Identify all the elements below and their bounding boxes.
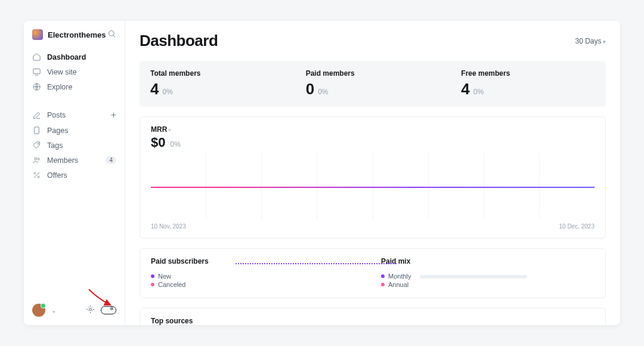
subscribers-baseline [236, 263, 397, 264]
sidebar-item-offers[interactable]: Offers [24, 168, 125, 183]
dot-icon [151, 283, 154, 286]
svg-rect-1 [33, 69, 40, 74]
stat-title: Free members [461, 69, 595, 78]
section-title: Paid mix [381, 257, 587, 265]
dot-icon [151, 274, 154, 278]
stat-pct: 0% [473, 88, 484, 96]
sidebar-item-dashboard[interactable]: Dashboard [24, 50, 125, 64]
svg-point-8 [38, 176, 39, 178]
x-end: 10 Dec, 2023 [559, 223, 595, 230]
plus-icon[interactable]: + [111, 110, 116, 120]
members-icon [32, 156, 41, 165]
members-badge: 4 [106, 156, 116, 164]
dot-icon [381, 283, 385, 286]
sidebar-item-label: Offers [47, 171, 116, 180]
edit-icon [32, 111, 41, 120]
search-icon[interactable] [107, 29, 116, 40]
stat-value: 4 [150, 80, 159, 98]
legend-canceled: Canceled [151, 281, 357, 288]
mrr-line [151, 187, 595, 188]
gear-icon[interactable] [86, 305, 95, 316]
sidebar-item-posts[interactable]: Posts + [24, 107, 125, 123]
legend-new: New [151, 273, 357, 280]
mrr-panel: MRR $00% 10 Nov, 202310 Dec, 2023 [140, 116, 606, 239]
sidebar-item-label: Pages [47, 126, 116, 135]
mrr-title[interactable]: MRR [151, 125, 595, 134]
sidebar-item-label: View site [47, 68, 116, 76]
svg-point-4 [38, 143, 39, 144]
sidebar-item-label: Posts [47, 111, 105, 119]
svg-point-7 [34, 172, 36, 174]
date-range-select[interactable]: 30 Days [575, 37, 606, 45]
stat-pct: 0% [318, 88, 328, 96]
svg-point-9 [89, 308, 92, 311]
nav-primary: Dashboard View site Explore [24, 47, 125, 97]
stat-free-members[interactable]: Free members 40% [450, 69, 606, 98]
tag-icon [32, 141, 41, 150]
x-start: 10 Nov, 2023 [151, 223, 186, 230]
paid-mix-panel: Paid mix Monthly Annual [374, 257, 595, 289]
svg-point-5 [35, 157, 37, 160]
home-icon [32, 52, 41, 61]
page-title: Dashboard [140, 32, 218, 50]
stat-title: Paid members [306, 69, 440, 78]
brand[interactable]: Electronthemes [32, 29, 106, 40]
paid-row: Paid subscribers New Canceled Paid mix M… [140, 248, 606, 298]
paid-subscribers-panel: Paid subscribers New Canceled [151, 257, 364, 289]
sidebar-item-label: Members [47, 156, 100, 165]
sidebar-item-label: Dashboard [47, 53, 116, 61]
sidebar-item-members[interactable]: Members 4 [24, 153, 125, 168]
chevron-down-icon[interactable]: ⌄ [51, 307, 56, 314]
theme-toggle[interactable] [101, 306, 116, 314]
stat-paid-members[interactable]: Paid members 00% [295, 69, 451, 98]
legend-monthly: Monthly [381, 273, 411, 280]
sidebar-item-label: Explore [47, 83, 116, 91]
section-title: Top sources [151, 317, 595, 325]
globe-icon [32, 82, 41, 91]
paid-mix-bar [420, 275, 527, 279]
dot-icon [381, 274, 385, 278]
svg-point-0 [109, 31, 114, 36]
main: Dashboard 30 Days Total members 40% Paid… [125, 21, 620, 325]
stat-value: 4 [461, 80, 469, 98]
sidebar-item-pages[interactable]: Pages [24, 123, 125, 138]
percent-icon [32, 171, 41, 180]
sidebar-item-view-site[interactable]: View site [24, 64, 125, 79]
stats-row: Total members 40% Paid members 00% Free … [140, 61, 606, 107]
legend-annual: Annual [381, 281, 411, 288]
stat-title: Total members [150, 69, 284, 78]
page-icon [32, 126, 41, 135]
sidebar-item-label: Tags [47, 141, 116, 150]
nav-content: Posts + Pages Tags Members 4 Offers [24, 105, 125, 185]
avatar[interactable] [32, 304, 45, 317]
sidebar-item-explore[interactable]: Explore [24, 79, 125, 94]
svg-rect-3 [35, 127, 39, 134]
stat-value: 0 [306, 80, 314, 98]
sidebar: Electronthemes Dashboard View site Explo… [24, 21, 125, 325]
sidebar-item-tags[interactable]: Tags [24, 138, 125, 153]
mrr-chart [151, 154, 595, 220]
brand-logo-icon [32, 29, 43, 40]
top-sources-panel: Top sources [140, 308, 606, 325]
stat-pct: 0% [162, 88, 172, 96]
brand-name: Electronthemes [48, 30, 106, 39]
svg-point-6 [38, 158, 39, 160]
stat-total-members[interactable]: Total members 40% [140, 69, 295, 98]
mrr-pct: 0% [170, 140, 180, 149]
screen-icon [32, 67, 41, 76]
mrr-value: $0 [151, 135, 165, 150]
